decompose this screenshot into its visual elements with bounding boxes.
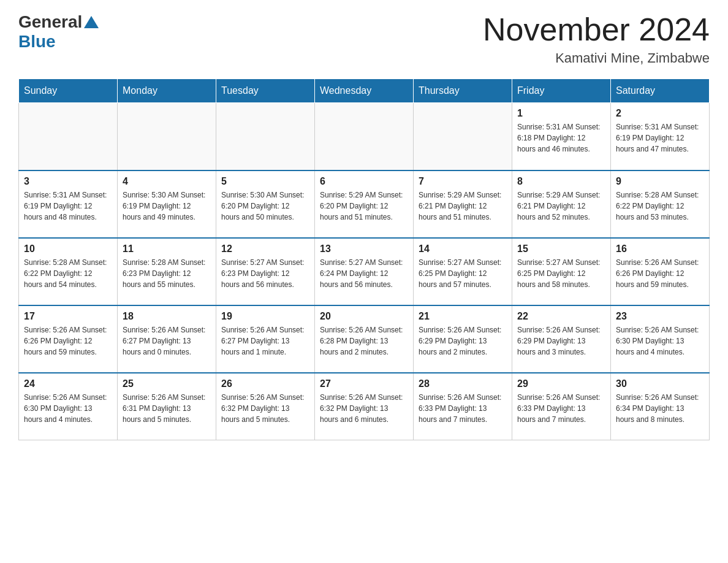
day-number: 14 [419,243,507,255]
day-number: 27 [320,378,408,389]
day-info: Sunrise: 5:29 AM Sunset: 6:21 PM Dayligh… [517,190,605,223]
day-info: Sunrise: 5:27 AM Sunset: 6:23 PM Dayligh… [221,257,309,290]
day-info: Sunrise: 5:30 AM Sunset: 6:19 PM Dayligh… [123,190,211,223]
calendar-cell: 7Sunrise: 5:29 AM Sunset: 6:21 PM Daylig… [414,170,512,238]
day-info: Sunrise: 5:26 AM Sunset: 6:31 PM Dayligh… [123,392,211,425]
calendar-cell [414,103,512,170]
day-number: 20 [320,311,408,322]
day-number: 16 [616,243,704,255]
calendar-cell [118,103,216,170]
calendar-cell: 15Sunrise: 5:27 AM Sunset: 6:25 PM Dayli… [512,238,611,305]
calendar-cell: 4Sunrise: 5:30 AM Sunset: 6:19 PM Daylig… [118,170,216,238]
page-header: General Blue November 2024 Kamativi Mine… [18,12,710,66]
day-number: 17 [24,311,112,322]
calendar-cell: 20Sunrise: 5:26 AM Sunset: 6:28 PM Dayli… [315,305,414,373]
day-info: Sunrise: 5:31 AM Sunset: 6:19 PM Dayligh… [616,121,704,155]
day-number: 11 [123,243,211,255]
calendar-week-row: 17Sunrise: 5:26 AM Sunset: 6:26 PM Dayli… [19,305,710,373]
calendar-cell [315,103,414,170]
day-info: Sunrise: 5:29 AM Sunset: 6:21 PM Dayligh… [419,190,507,223]
calendar-cell [216,103,315,170]
calendar-header-thursday: Thursday [414,79,512,103]
day-number: 8 [517,176,605,187]
day-number: 9 [616,176,704,187]
calendar-cell: 9Sunrise: 5:28 AM Sunset: 6:22 PM Daylig… [611,170,710,238]
day-info: Sunrise: 5:27 AM Sunset: 6:25 PM Dayligh… [517,257,605,290]
calendar-cell: 23Sunrise: 5:26 AM Sunset: 6:30 PM Dayli… [611,305,710,373]
calendar-cell: 13Sunrise: 5:27 AM Sunset: 6:24 PM Dayli… [315,238,414,305]
calendar-cell: 1Sunrise: 5:31 AM Sunset: 6:18 PM Daylig… [512,103,611,170]
day-number: 1 [517,108,605,119]
calendar-cell: 14Sunrise: 5:27 AM Sunset: 6:25 PM Dayli… [414,238,512,305]
calendar-header-tuesday: Tuesday [216,79,315,103]
day-info: Sunrise: 5:31 AM Sunset: 6:18 PM Dayligh… [517,121,605,155]
calendar-header-friday: Friday [512,79,611,103]
calendar-cell: 27Sunrise: 5:26 AM Sunset: 6:32 PM Dayli… [315,373,414,440]
day-info: Sunrise: 5:28 AM Sunset: 6:22 PM Dayligh… [24,257,112,290]
calendar-week-row: 3Sunrise: 5:31 AM Sunset: 6:19 PM Daylig… [19,170,710,238]
calendar-cell: 16Sunrise: 5:26 AM Sunset: 6:26 PM Dayli… [611,238,710,305]
location-title: Kamativi Mine, Zimbabwe [483,50,710,66]
day-number: 19 [221,311,309,322]
calendar-header-sunday: Sunday [19,79,118,103]
day-number: 12 [221,243,309,255]
calendar-cell: 11Sunrise: 5:28 AM Sunset: 6:23 PM Dayli… [118,238,216,305]
logo-triangle-icon [84,16,99,28]
calendar-cell: 25Sunrise: 5:26 AM Sunset: 6:31 PM Dayli… [118,373,216,440]
calendar-table: SundayMondayTuesdayWednesdayThursdayFrid… [18,79,710,440]
calendar-cell: 12Sunrise: 5:27 AM Sunset: 6:23 PM Dayli… [216,238,315,305]
calendar-cell: 28Sunrise: 5:26 AM Sunset: 6:33 PM Dayli… [414,373,512,440]
title-section: November 2024 Kamativi Mine, Zimbabwe [483,12,710,66]
calendar-cell: 24Sunrise: 5:26 AM Sunset: 6:30 PM Dayli… [19,373,118,440]
calendar-cell: 10Sunrise: 5:28 AM Sunset: 6:22 PM Dayli… [19,238,118,305]
day-info: Sunrise: 5:26 AM Sunset: 6:28 PM Dayligh… [320,324,408,358]
calendar-cell: 2Sunrise: 5:31 AM Sunset: 6:19 PM Daylig… [611,103,710,170]
day-info: Sunrise: 5:26 AM Sunset: 6:32 PM Dayligh… [221,392,309,425]
calendar-cell: 19Sunrise: 5:26 AM Sunset: 6:27 PM Dayli… [216,305,315,373]
calendar-cell: 8Sunrise: 5:29 AM Sunset: 6:21 PM Daylig… [512,170,611,238]
calendar-cell [19,103,118,170]
logo: General Blue [18,12,100,52]
calendar-cell: 26Sunrise: 5:26 AM Sunset: 6:32 PM Dayli… [216,373,315,440]
calendar-week-row: 1Sunrise: 5:31 AM Sunset: 6:18 PM Daylig… [19,103,710,170]
day-info: Sunrise: 5:26 AM Sunset: 6:27 PM Dayligh… [221,324,309,358]
calendar-header-saturday: Saturday [611,79,710,103]
day-number: 7 [419,176,507,187]
day-number: 23 [616,311,704,322]
day-info: Sunrise: 5:26 AM Sunset: 6:29 PM Dayligh… [517,324,605,358]
calendar-cell: 21Sunrise: 5:26 AM Sunset: 6:29 PM Dayli… [414,305,512,373]
calendar-cell: 3Sunrise: 5:31 AM Sunset: 6:19 PM Daylig… [19,170,118,238]
logo-blue-text: Blue [18,32,56,52]
day-info: Sunrise: 5:26 AM Sunset: 6:27 PM Dayligh… [123,324,211,358]
day-number: 21 [419,311,507,322]
day-info: Sunrise: 5:29 AM Sunset: 6:20 PM Dayligh… [320,190,408,223]
day-number: 15 [517,243,605,255]
day-number: 2 [616,108,704,119]
calendar-cell: 22Sunrise: 5:26 AM Sunset: 6:29 PM Dayli… [512,305,611,373]
day-number: 5 [221,176,309,187]
day-number: 10 [24,243,112,255]
calendar-cell: 18Sunrise: 5:26 AM Sunset: 6:27 PM Dayli… [118,305,216,373]
calendar-header-wednesday: Wednesday [315,79,414,103]
day-number: 26 [221,378,309,389]
day-number: 4 [123,176,211,187]
day-info: Sunrise: 5:28 AM Sunset: 6:22 PM Dayligh… [616,190,704,223]
day-number: 24 [24,378,112,389]
day-number: 28 [419,378,507,389]
day-number: 22 [517,311,605,322]
day-info: Sunrise: 5:26 AM Sunset: 6:34 PM Dayligh… [616,392,704,425]
day-info: Sunrise: 5:27 AM Sunset: 6:24 PM Dayligh… [320,257,408,290]
day-info: Sunrise: 5:26 AM Sunset: 6:30 PM Dayligh… [616,324,704,358]
day-info: Sunrise: 5:26 AM Sunset: 6:33 PM Dayligh… [517,392,605,425]
calendar-week-row: 10Sunrise: 5:28 AM Sunset: 6:22 PM Dayli… [19,238,710,305]
day-info: Sunrise: 5:31 AM Sunset: 6:19 PM Dayligh… [24,190,112,223]
day-info: Sunrise: 5:27 AM Sunset: 6:25 PM Dayligh… [419,257,507,290]
day-info: Sunrise: 5:26 AM Sunset: 6:26 PM Dayligh… [24,324,112,358]
logo-general-label: General [18,12,82,32]
calendar-cell: 17Sunrise: 5:26 AM Sunset: 6:26 PM Dayli… [19,305,118,373]
calendar-cell: 29Sunrise: 5:26 AM Sunset: 6:33 PM Dayli… [512,373,611,440]
day-info: Sunrise: 5:26 AM Sunset: 6:26 PM Dayligh… [616,257,704,290]
day-info: Sunrise: 5:26 AM Sunset: 6:32 PM Dayligh… [320,392,408,425]
day-info: Sunrise: 5:26 AM Sunset: 6:33 PM Dayligh… [419,392,507,425]
day-number: 30 [616,378,704,389]
